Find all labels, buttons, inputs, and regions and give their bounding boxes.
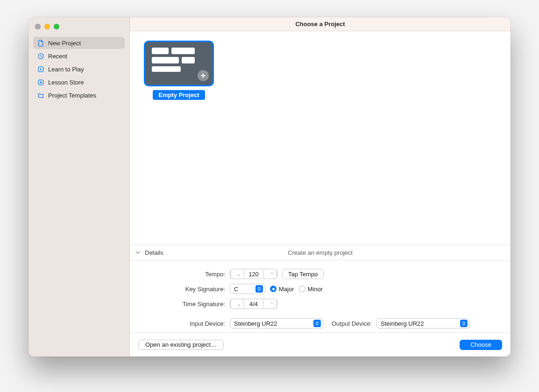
tap-tempo-button[interactable]: Tap Tempo [282,269,324,279]
template-grid: + Empty Project [130,31,511,245]
plus-icon: + [198,70,209,81]
sidebar-item-recent[interactable]: Recent [33,50,125,62]
clock-icon [37,52,44,60]
details-header[interactable]: Details Create an empty project [130,245,511,260]
sidebar-item-label: Lesson Store [48,79,84,86]
close-window-button[interactable] [35,24,41,29]
time-signature-value: 4/4 [244,301,263,308]
sidebar-item-label: Project Templates [48,92,96,99]
audio-devices-row: Input Device: Steinberg UR22 Output Devi… [141,318,499,329]
time-signature-label: Time Signature: [141,301,225,308]
project-chooser-window: New Project Recent Learn to Play Lesson … [28,17,511,357]
folder-icon [37,91,44,99]
radio-dot-icon [299,286,305,292]
tap-tempo-label: Tap Tempo [288,271,318,278]
sidebar-item-label: New Project [48,40,81,47]
time-signature-stepper[interactable]: ⌄ 4/4 ⌃ [230,299,277,309]
window-title: Choose a Project [130,17,511,31]
zoom-window-button[interactable] [54,24,59,29]
template-empty-project[interactable]: + Empty Project [144,41,214,100]
chevron-down-icon[interactable]: ⌄ [230,269,244,279]
footer: Open an existing project… Choose [130,332,511,357]
key-signature-value: C [234,286,253,293]
select-arrows-icon [255,285,263,293]
choose-label: Choose [470,341,491,348]
sidebar-item-label: Learn to Play [48,66,84,73]
window-controls [28,17,129,31]
main-pane: Choose a Project + Empty Project Details… [130,17,511,357]
open-existing-project-button[interactable]: Open an existing project… [138,340,224,350]
chevron-down-icon[interactable]: ⌄ [230,299,244,309]
key-signature-label: Key Signature: [141,286,225,293]
key-signature-row: Key Signature: C Major Minor [141,284,499,294]
details-title: Details [145,249,163,256]
chevron-up-icon[interactable]: ⌃ [263,299,277,309]
play-square-icon [37,65,44,73]
sidebar-item-lesson-store[interactable]: Lesson Store [33,76,125,88]
template-thumbnail: + [144,41,214,86]
output-device-select[interactable]: Steinberg UR22 [376,318,470,329]
tempo-value: 120 [244,271,263,278]
time-signature-row: Time Signature: ⌄ 4/4 ⌃ [141,299,499,309]
sidebar-item-learn-to-play[interactable]: Learn to Play [33,63,125,75]
minimize-window-button[interactable] [44,24,50,29]
chevron-down-icon [135,249,140,256]
sidebar-item-new-project[interactable]: New Project [33,37,125,49]
tempo-stepper[interactable]: ⌄ 120 ⌃ [230,269,277,279]
details-subtitle: Create an empty project [288,249,353,256]
input-device-select[interactable]: Steinberg UR22 [230,318,323,329]
select-arrows-icon [313,320,321,327]
output-device-value: Steinberg UR22 [381,320,424,327]
choose-button[interactable]: Choose [460,340,502,350]
key-signature-select[interactable]: C [230,284,265,294]
chevron-up-icon[interactable]: ⌃ [263,269,277,279]
sidebar-list: New Project Recent Learn to Play Lesson … [28,31,129,101]
details-body: Tempo: ⌄ 120 ⌃ Tap Tempo Key Signature: … [130,260,511,332]
input-device-value: Steinberg UR22 [234,320,277,327]
sidebar: New Project Recent Learn to Play Lesson … [28,17,130,357]
minor-label: Minor [308,286,323,293]
output-device-label: Output Device: [332,320,372,327]
window-title-text: Choose a Project [295,21,345,28]
input-device-label: Input Device: [141,320,225,327]
key-mode-minor-radio[interactable]: Minor [299,286,323,293]
tempo-row: Tempo: ⌄ 120 ⌃ Tap Tempo [141,269,499,279]
key-mode-major-radio[interactable]: Major [270,286,294,293]
select-arrows-icon [460,320,468,327]
open-existing-label: Open an existing project… [145,341,217,348]
document-icon [37,39,44,47]
template-name-badge: Empty Project [153,90,205,100]
major-label: Major [279,286,294,293]
sidebar-item-project-templates[interactable]: Project Templates [33,89,125,101]
sidebar-item-label: Recent [48,53,67,60]
radio-dot-icon [270,286,277,292]
star-square-icon [37,78,44,86]
tempo-label: Tempo: [141,271,225,278]
